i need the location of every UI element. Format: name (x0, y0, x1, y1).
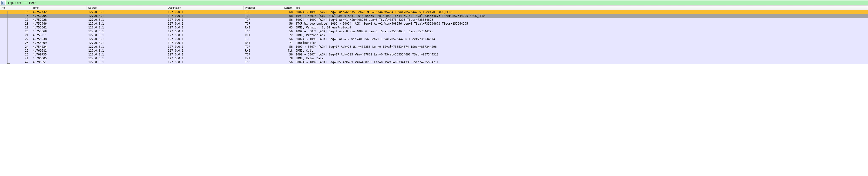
cell-time: 4.754209 (31, 41, 87, 45)
cell-len: 56 (275, 37, 294, 41)
cell-src: 127.0.0.1 (87, 49, 166, 53)
cell-src: 127.0.0.1 (87, 56, 166, 60)
cell-no: 22 (0, 37, 31, 41)
cell-proto: TCP (244, 45, 275, 49)
cell-src: 127.0.0.1 (87, 14, 166, 18)
table-row[interactable]: 224.753938127.0.0.1127.0.0.1TCP5650074 →… (0, 37, 868, 41)
cell-time: 4.753668 (31, 29, 87, 33)
cell-no: 25 (0, 49, 31, 53)
table-row[interactable]: 164.752905127.0.0.1127.0.0.1TCP681099 → … (0, 14, 868, 18)
cell-len: 68 (275, 10, 294, 14)
cell-proto: RMI (244, 56, 275, 60)
column-header-no[interactable]: No. (0, 6, 31, 10)
column-header-destination[interactable]: Destination (166, 6, 244, 10)
cell-no: 41 (0, 56, 31, 60)
table-row[interactable]: 204.753668127.0.0.1127.0.0.1TCP561099 → … (0, 29, 868, 33)
cell-time: 4.790651 (31, 60, 87, 64)
cell-len: 418 (275, 49, 294, 53)
table-row[interactable]: 154.752732127.0.0.1127.0.0.1TCP6850074 →… (0, 10, 868, 14)
display-filter-input[interactable] (6, 0, 868, 5)
cell-time: 4.752732 (31, 10, 87, 14)
cell-len: 78 (275, 56, 294, 60)
cell-info: 50074 → 1099 [ACK] Seq=385 Ack=39 Win=40… (294, 60, 868, 64)
cell-dst: 127.0.0.1 (166, 29, 244, 33)
cell-src: 127.0.0.1 (87, 53, 166, 56)
cell-dst: 127.0.0.1 (166, 53, 244, 56)
table-row[interactable]: 424.790651127.0.0.1127.0.0.1TCP5650074 →… (0, 60, 868, 64)
cell-src: 127.0.0.1 (87, 22, 166, 26)
bookmark-icon[interactable] (1, 1, 5, 5)
cell-no: 18 (0, 22, 31, 26)
cell-dst: 127.0.0.1 (166, 26, 244, 29)
cell-no: 15 (0, 10, 31, 14)
cell-time: 4.752946 (31, 22, 87, 26)
column-header-time[interactable]: Time (31, 6, 87, 10)
cell-time: 4.752905 (31, 14, 87, 18)
cell-proto: TCP (244, 18, 275, 22)
cell-len: 56 (275, 22, 294, 26)
cell-time: 4.769735 (31, 53, 87, 56)
cell-src: 127.0.0.1 (87, 18, 166, 22)
packet-list-header: No. Time Source Destination Protocol Len… (0, 6, 868, 10)
cell-dst: 127.0.0.1 (166, 49, 244, 53)
cell-no: 16 (0, 14, 31, 18)
cell-proto: TCP (244, 14, 275, 18)
cell-info: [TCP Window Update] 1099 → 50074 [ACK] S… (294, 22, 868, 26)
cell-len: 56 (275, 45, 294, 49)
cell-info: 50074 → 1099 [ACK] Seq=1 Ack=1 Win=40825… (294, 18, 868, 22)
cell-time: 4.752928 (31, 18, 87, 22)
table-row[interactable]: 194.753641127.0.0.1127.0.0.1RMI63JRMI, V… (0, 26, 868, 29)
cell-no: 42 (0, 60, 31, 64)
table-row[interactable]: 244.754234127.0.0.1127.0.0.1TCP561099 → … (0, 45, 868, 49)
cell-dst: 127.0.0.1 (166, 33, 244, 37)
column-header-source[interactable]: Source (87, 6, 166, 10)
cell-info: 1099 → 50074 [ACK] Seq=1 Ack=8 Win=40825… (294, 29, 868, 33)
cell-dst: 127.0.0.1 (166, 22, 244, 26)
cell-time: 4.753938 (31, 37, 87, 41)
column-header-length[interactable]: Length (275, 6, 294, 10)
cell-dst: 127.0.0.1 (166, 18, 244, 22)
cell-proto: RMI (244, 49, 275, 53)
cell-src: 127.0.0.1 (87, 45, 166, 49)
cell-time: 4.753911 (31, 33, 87, 37)
cell-proto: TCP (244, 37, 275, 41)
packet-list[interactable]: 154.752732127.0.0.1127.0.0.1TCP6850074 →… (0, 10, 868, 64)
cell-info: JRMI, Call (294, 49, 868, 53)
cell-proto: RMI (244, 33, 275, 37)
cell-info: 1099 → 50074 [SYN, ACK] Seq=0 Ack=1 Win=… (294, 14, 868, 18)
cell-info: JRMI, ProtocolAck (294, 33, 868, 37)
cell-proto: TCP (244, 29, 275, 33)
cell-len: 72 (275, 33, 294, 37)
cell-dst: 127.0.0.1 (166, 14, 244, 18)
table-row[interactable]: 184.752946127.0.0.1127.0.0.1TCP56[TCP Wi… (0, 22, 868, 26)
cell-src: 127.0.0.1 (87, 60, 166, 64)
cell-proto: TCP (244, 60, 275, 64)
cell-time: 4.790605 (31, 56, 87, 60)
cell-len: 56 (275, 29, 294, 33)
table-row[interactable]: 234.754209127.0.0.1127.0.0.1RMI71Continu… (0, 41, 868, 45)
display-filter-bar (0, 0, 868, 6)
cell-src: 127.0.0.1 (87, 29, 166, 33)
cell-len: 56 (275, 60, 294, 64)
cell-no: 24 (0, 45, 31, 49)
cell-proto: RMI (244, 41, 275, 45)
column-header-info[interactable]: Info (294, 6, 868, 10)
cell-time: 4.754234 (31, 45, 87, 49)
cell-proto: TCP (244, 10, 275, 14)
cell-no: 26 (0, 53, 31, 56)
cell-info: JRMI, Version: 2, StreamProtocol (294, 26, 868, 29)
table-row[interactable]: 264.769735127.0.0.1127.0.0.1TCP561099 → … (0, 53, 868, 56)
table-row[interactable]: 254.769682127.0.0.1127.0.0.1RMI418JRMI, … (0, 49, 868, 53)
cell-info: 1099 → 50074 [ACK] Seq=17 Ack=23 Win=408… (294, 45, 868, 49)
column-header-protocol[interactable]: Protocol (244, 6, 275, 10)
table-row[interactable]: 414.790605127.0.0.1127.0.0.1RMI78JRMI, R… (0, 56, 868, 60)
cell-src: 127.0.0.1 (87, 41, 166, 45)
cell-info: JRMI, ReturnData (294, 56, 868, 60)
cell-dst: 127.0.0.1 (166, 37, 244, 41)
cell-src: 127.0.0.1 (87, 26, 166, 29)
cell-no: 17 (0, 18, 31, 22)
table-row[interactable]: 174.752928127.0.0.1127.0.0.1TCP5650074 →… (0, 18, 868, 22)
cell-len: 71 (275, 41, 294, 45)
cell-info: 1099 → 50074 [ACK] Seq=17 Ack=385 Win=40… (294, 53, 868, 56)
table-row[interactable]: 214.753911127.0.0.1127.0.0.1RMI72JRMI, P… (0, 33, 868, 37)
